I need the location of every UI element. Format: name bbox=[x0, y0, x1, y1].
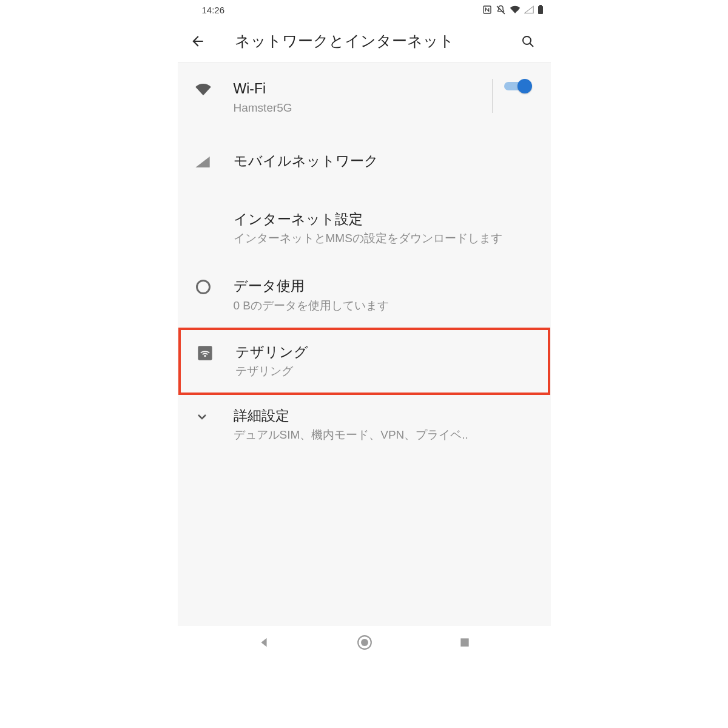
svg-line-4 bbox=[530, 43, 533, 47]
nav-recent-button[interactable] bbox=[459, 636, 471, 651]
nav-back-button[interactable] bbox=[257, 636, 271, 652]
advanced-subtitle: デュアルSIM、機内モード、VPN、プライベ.. bbox=[234, 426, 536, 444]
internet-subtitle: インターネットとMMSの設定をダウンロードします bbox=[234, 230, 536, 248]
app-bar: ネットワークとインターネット bbox=[178, 19, 551, 63]
wifi-title: Wi-Fi bbox=[234, 79, 487, 98]
page-title: ネットワークとインターネット bbox=[235, 31, 517, 51]
svg-point-7 bbox=[204, 355, 206, 357]
nav-home-button[interactable] bbox=[357, 635, 372, 653]
status-time: 14:26 bbox=[202, 5, 225, 15]
tethering-item[interactable]: テザリング テザリング bbox=[178, 328, 550, 395]
data-usage-icon bbox=[195, 278, 212, 298]
signal-icon bbox=[195, 155, 211, 171]
tethering-title: テザリング bbox=[235, 342, 534, 362]
search-button[interactable] bbox=[517, 34, 539, 49]
wifi-item[interactable]: Wi-Fi Hamster5G bbox=[178, 63, 551, 133]
back-button[interactable] bbox=[190, 33, 217, 49]
wifi-icon bbox=[195, 83, 212, 99]
mobile-network-item[interactable]: モバイルネットワーク bbox=[178, 133, 551, 194]
wifi-toggle[interactable] bbox=[504, 79, 530, 93]
svg-point-9 bbox=[361, 639, 368, 646]
wifi-subtitle: Hamster5G bbox=[234, 99, 487, 117]
status-bar: 14:26 bbox=[178, 0, 551, 19]
mobile-title: モバイルネットワーク bbox=[234, 151, 379, 170]
navigation-bar bbox=[178, 625, 551, 661]
advanced-item[interactable]: 詳細設定 デュアルSIM、機内モード、VPN、プライベ.. bbox=[178, 395, 551, 455]
datausage-subtitle: 0 Bのデータを使用しています bbox=[234, 297, 536, 315]
mute-icon bbox=[496, 5, 506, 15]
battery-icon bbox=[538, 5, 544, 15]
hotspot-icon bbox=[197, 345, 214, 364]
svg-rect-1 bbox=[538, 6, 543, 14]
wifi-status-icon bbox=[510, 5, 521, 14]
svg-point-5 bbox=[197, 281, 209, 294]
svg-rect-10 bbox=[461, 638, 469, 646]
signal-empty-icon bbox=[524, 5, 534, 14]
datausage-title: データ使用 bbox=[234, 276, 536, 295]
advanced-title: 詳細設定 bbox=[234, 406, 536, 425]
tethering-subtitle: テザリング bbox=[235, 363, 534, 380]
svg-point-3 bbox=[523, 36, 531, 44]
settings-list: Wi-Fi Hamster5G モバイルネットワーク bbox=[178, 63, 551, 625]
internet-title: インターネット設定 bbox=[234, 209, 536, 229]
internet-settings-item[interactable]: インターネット設定 インターネットとMMSの設定をダウンロードします bbox=[178, 194, 551, 263]
svg-rect-2 bbox=[539, 5, 542, 6]
nfc-icon bbox=[482, 5, 492, 15]
data-usage-item[interactable]: データ使用 0 Bのデータを使用しています bbox=[178, 263, 551, 328]
phone-frame: 14:26 ネットワークとインターネット bbox=[178, 0, 551, 661]
chevron-down-icon bbox=[195, 410, 209, 426]
